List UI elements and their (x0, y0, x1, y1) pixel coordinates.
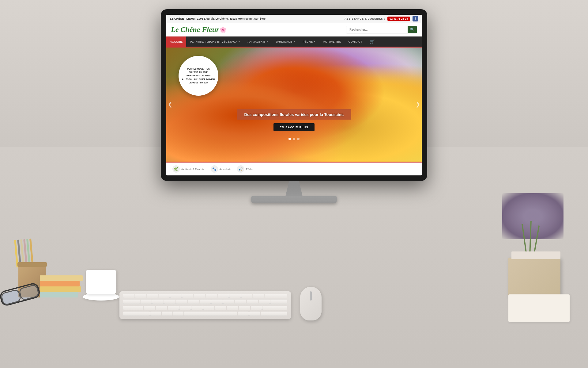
key-row-2 (123, 300, 287, 305)
key (215, 306, 226, 310)
book-3 (40, 286, 81, 292)
nav-bar: ACCUEIL PLANTES, FLEURS ET VÉGÉTAUX ▼ AN… (166, 36, 422, 47)
key (238, 312, 249, 316)
key (203, 306, 215, 310)
key (249, 312, 260, 316)
monitor-screen: LE CHÊNE FLEURI : 1001 Lieu-dit, Le Chên… (166, 15, 422, 175)
carousel-dots (288, 138, 300, 140)
key (144, 306, 155, 310)
bottom-item-1-text: Jardinerie & Fleuriste (181, 168, 205, 171)
chevron-down-icon: ▼ (293, 40, 295, 43)
book-4 (40, 292, 78, 297)
key (191, 306, 203, 310)
cup-body (86, 270, 116, 294)
key (261, 312, 287, 316)
key (147, 294, 158, 298)
plant-icon: 🌿 (172, 165, 180, 173)
right-box (508, 258, 560, 297)
search-button[interactable]: 🔍 (408, 26, 417, 33)
search-icon: 🔍 (410, 28, 414, 32)
assistance-label: ASSISTANCE & CONSEILS : (345, 17, 385, 20)
key (229, 294, 241, 298)
mouse (300, 287, 322, 320)
bottom-item-1: 🌿 Jardinerie & Fleuriste (172, 165, 205, 173)
facebook-icon[interactable]: f (413, 16, 418, 21)
key (182, 294, 194, 298)
nav-item-plantes[interactable]: PLANTES, FLEURS ET VÉGÉTAUX ▼ (186, 36, 244, 47)
key (164, 300, 175, 304)
nav-item-peche[interactable]: PÊCHE ▼ (299, 36, 319, 47)
site-address: LE CHÊNE FLEURI : 1001 Lieu-dit, Le Chên… (170, 17, 266, 20)
phone-button[interactable]: 02 41 71 26 93 (387, 17, 410, 21)
key (227, 306, 238, 310)
monitor-neck (282, 181, 306, 196)
hero-cta-button[interactable]: EN SAVOIR PLUS (273, 123, 315, 131)
hero-border-top (166, 47, 422, 48)
carousel-dot-1[interactable] (288, 138, 291, 140)
fishing-icon: 🎣 (237, 165, 244, 173)
bottom-item-3-text: Pêche (246, 168, 253, 171)
key (141, 300, 152, 304)
carousel-dot-2[interactable] (293, 138, 295, 140)
keyboard (119, 291, 291, 319)
key (218, 294, 229, 298)
nav-item-actualites[interactable]: ACTUALITÉS (319, 36, 345, 47)
logo[interactable]: Le Chêne Fleur 🌸 (171, 25, 226, 34)
key (156, 306, 167, 310)
nav-item-accueil[interactable]: ACCUEIL (166, 36, 186, 47)
key (194, 294, 205, 298)
key (211, 300, 223, 304)
logo-text: Le Chêne Fleur (171, 25, 219, 34)
right-book (511, 251, 560, 259)
nav-item-contact[interactable]: CONTACT (345, 36, 366, 47)
bottom-item-3: 🎣 Pêche (237, 165, 253, 173)
key (184, 312, 237, 316)
monitor: LE CHÊNE FLEURI : 1001 Lieu-dit, Le Chên… (161, 9, 427, 181)
nav-item-jardinage[interactable]: JARDINAGE ▼ (272, 36, 299, 47)
key (159, 294, 170, 298)
hero-section: PORTES OUVERTESDU 23/10 AU 01/11HORAIRES… (166, 47, 422, 162)
hero-overlay: Des compositions florales variées pour l… (166, 109, 422, 131)
site-header: Le Chêne Fleur 🌸 🔍 (166, 23, 422, 36)
key (179, 306, 191, 310)
key (168, 306, 179, 310)
books-stack (40, 275, 83, 297)
hero-title-container: Des compositions florales variées pour l… (237, 109, 352, 120)
top-bar-right: ASSISTANCE & CONSEILS : 02 41 71 26 93 f (345, 16, 418, 21)
top-bar: LE CHÊNE FLEURI : 1001 Lieu-dit, Le Chên… (166, 15, 422, 23)
key (241, 294, 253, 298)
circle-announcement: PORTES OUVERTESDU 23/10 AU 01/11HORAIRES… (179, 56, 218, 96)
book-2 (40, 281, 80, 286)
key (170, 294, 182, 298)
book-1 (40, 275, 83, 281)
key-row-1 (123, 294, 287, 299)
next-arrow[interactable]: ❯ (416, 101, 420, 108)
bottom-item-2-text: Animalerie (220, 168, 231, 171)
monitor-base (251, 196, 337, 203)
key (176, 300, 187, 304)
key (123, 294, 134, 298)
search-bar: 🔍 (346, 26, 417, 33)
keyboard-keys (123, 294, 287, 316)
key (200, 300, 211, 304)
hero-title: Des compositions florales variées pour l… (244, 112, 344, 117)
prev-arrow[interactable]: ❮ (168, 101, 172, 108)
announcement-text: PORTES OUVERTESDU 23/10 AU 01/11HORAIRES… (182, 67, 215, 84)
cart-icon[interactable]: 🛒 (366, 36, 378, 47)
key (223, 300, 235, 304)
bottom-section: 🌿 Jardinerie & Fleuriste 🐾 Animalerie 🎣 … (166, 162, 422, 175)
nav-item-animalerie[interactable]: ANIMALERIE ▼ (244, 36, 272, 47)
key (253, 294, 264, 298)
carousel-dot-3[interactable] (297, 138, 300, 140)
key-row-4 (123, 312, 287, 316)
chevron-down-icon: ▼ (314, 40, 316, 43)
bottom-item-2: 🐾 Animalerie (211, 165, 231, 173)
key (270, 300, 287, 304)
key (188, 300, 199, 304)
key (247, 300, 258, 304)
lavender-flowers (502, 193, 564, 239)
key (259, 300, 270, 304)
key (123, 312, 150, 316)
search-input[interactable] (346, 26, 408, 33)
key (150, 312, 161, 316)
